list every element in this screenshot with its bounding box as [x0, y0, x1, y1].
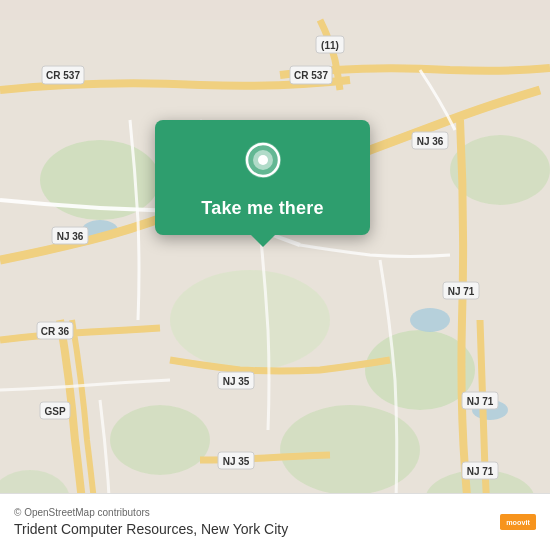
svg-text:NJ 36: NJ 36: [417, 136, 444, 147]
svg-point-3: [110, 405, 210, 475]
moovit-logo: moovit: [500, 504, 536, 540]
svg-text:NJ 36: NJ 36: [57, 231, 84, 242]
svg-text:NJ 35: NJ 35: [223, 456, 250, 467]
info-bar: © OpenStreetMap contributors Trident Com…: [0, 493, 550, 550]
svg-text:NJ 71: NJ 71: [448, 286, 475, 297]
take-me-there-button[interactable]: Take me there: [201, 198, 323, 219]
svg-text:NJ 71: NJ 71: [467, 466, 494, 477]
svg-text:NJ 71: NJ 71: [467, 396, 494, 407]
svg-text:(11): (11): [321, 40, 339, 51]
popup-card[interactable]: Take me there: [155, 120, 370, 235]
map-container: CR 537 CR 537 NJ 36 NJ 36 NJ 71 NJ 71 NJ…: [0, 0, 550, 550]
svg-text:moovit: moovit: [506, 518, 530, 527]
svg-text:GSP: GSP: [44, 406, 65, 417]
svg-point-4: [280, 405, 420, 495]
svg-text:CR 537: CR 537: [294, 70, 328, 81]
svg-point-10: [410, 308, 450, 332]
svg-text:CR 36: CR 36: [41, 326, 70, 337]
svg-point-7: [170, 270, 330, 370]
info-left: © OpenStreetMap contributors Trident Com…: [14, 507, 288, 537]
moovit-icon: moovit: [500, 504, 536, 540]
svg-text:NJ 35: NJ 35: [223, 376, 250, 387]
svg-point-41: [258, 155, 268, 165]
location-name: Trident Computer Resources, New York Cit…: [14, 521, 288, 537]
location-pin-icon: [239, 140, 287, 188]
map-svg: CR 537 CR 537 NJ 36 NJ 36 NJ 71 NJ 71 NJ…: [0, 0, 550, 550]
osm-attribution: © OpenStreetMap contributors: [14, 507, 288, 518]
svg-text:CR 537: CR 537: [46, 70, 80, 81]
